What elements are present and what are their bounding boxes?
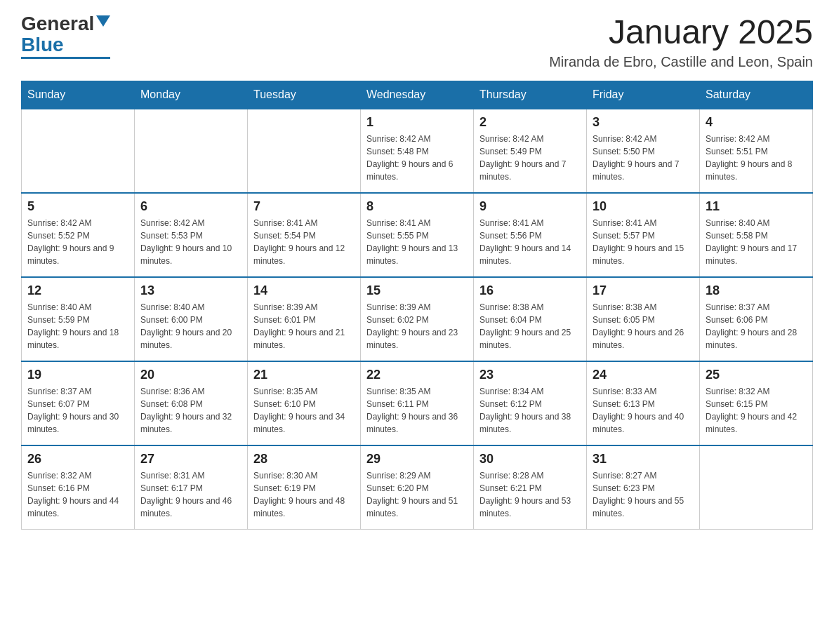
- calendar-week-row: 12Sunrise: 8:40 AM Sunset: 5:59 PM Dayli…: [22, 277, 813, 361]
- day-info: Sunrise: 8:32 AM Sunset: 6:16 PM Dayligh…: [27, 469, 128, 520]
- day-number: 30: [479, 452, 581, 467]
- calendar-header-row: SundayMondayTuesdayWednesdayThursdayFrid…: [22, 81, 813, 109]
- day-number: 10: [593, 199, 694, 214]
- calendar-cell: 29Sunrise: 8:29 AM Sunset: 6:20 PM Dayli…: [361, 445, 474, 530]
- calendar-cell: 17Sunrise: 8:38 AM Sunset: 6:05 PM Dayli…: [587, 277, 700, 361]
- logo-blue-text: Blue: [21, 35, 64, 55]
- day-info: Sunrise: 8:40 AM Sunset: 5:59 PM Dayligh…: [27, 301, 128, 351]
- calendar-cell: 30Sunrise: 8:28 AM Sunset: 6:21 PM Dayli…: [474, 445, 587, 530]
- calendar-cell: 10Sunrise: 8:41 AM Sunset: 5:57 PM Dayli…: [587, 193, 700, 277]
- day-info: Sunrise: 8:35 AM Sunset: 6:11 PM Dayligh…: [366, 385, 468, 436]
- day-number: 27: [140, 452, 241, 467]
- calendar-cell: 6Sunrise: 8:42 AM Sunset: 5:53 PM Daylig…: [135, 193, 248, 277]
- calendar-cell: 9Sunrise: 8:41 AM Sunset: 5:56 PM Daylig…: [474, 193, 587, 277]
- day-number: 3: [593, 115, 694, 130]
- day-info: Sunrise: 8:34 AM Sunset: 6:12 PM Dayligh…: [479, 385, 581, 436]
- day-number: 13: [140, 283, 241, 298]
- day-info: Sunrise: 8:42 AM Sunset: 5:51 PM Dayligh…: [706, 133, 807, 183]
- calendar-week-row: 5Sunrise: 8:42 AM Sunset: 5:52 PM Daylig…: [22, 193, 813, 277]
- day-number: 6: [140, 199, 241, 214]
- calendar-cell: 5Sunrise: 8:42 AM Sunset: 5:52 PM Daylig…: [22, 193, 135, 277]
- day-info: Sunrise: 8:36 AM Sunset: 6:08 PM Dayligh…: [140, 385, 241, 436]
- calendar-cell: 19Sunrise: 8:37 AM Sunset: 6:07 PM Dayli…: [22, 361, 135, 445]
- calendar-cell: 11Sunrise: 8:40 AM Sunset: 5:58 PM Dayli…: [700, 193, 813, 277]
- calendar-cell: 18Sunrise: 8:37 AM Sunset: 6:06 PM Dayli…: [700, 277, 813, 361]
- calendar-cell: 7Sunrise: 8:41 AM Sunset: 5:54 PM Daylig…: [248, 193, 361, 277]
- day-number: 1: [366, 115, 468, 130]
- calendar-cell: 8Sunrise: 8:41 AM Sunset: 5:55 PM Daylig…: [361, 193, 474, 277]
- day-number: 2: [479, 115, 581, 130]
- day-info: Sunrise: 8:31 AM Sunset: 6:17 PM Dayligh…: [140, 469, 241, 520]
- day-of-week-header: Thursday: [474, 81, 587, 109]
- calendar-cell: 20Sunrise: 8:36 AM Sunset: 6:08 PM Dayli…: [135, 361, 248, 445]
- day-info: Sunrise: 8:42 AM Sunset: 5:53 PM Dayligh…: [140, 217, 241, 267]
- month-title: January 2025: [549, 14, 813, 51]
- day-number: 15: [366, 283, 468, 298]
- day-of-week-header: Saturday: [700, 81, 813, 109]
- day-info: Sunrise: 8:37 AM Sunset: 6:06 PM Dayligh…: [706, 301, 807, 351]
- day-info: Sunrise: 8:41 AM Sunset: 5:56 PM Dayligh…: [479, 217, 581, 267]
- day-number: 4: [706, 115, 807, 130]
- title-section: January 2025 Miranda de Ebro, Castille a…: [549, 14, 813, 70]
- calendar-week-row: 19Sunrise: 8:37 AM Sunset: 6:07 PM Dayli…: [22, 361, 813, 445]
- day-number: 28: [253, 452, 355, 467]
- logo: General Blue: [21, 14, 110, 59]
- calendar-cell: 16Sunrise: 8:38 AM Sunset: 6:04 PM Dayli…: [474, 277, 587, 361]
- calendar-cell: [700, 445, 813, 530]
- day-number: 19: [27, 368, 128, 382]
- day-info: Sunrise: 8:40 AM Sunset: 6:00 PM Dayligh…: [140, 301, 241, 351]
- day-info: Sunrise: 8:42 AM Sunset: 5:49 PM Dayligh…: [479, 133, 581, 183]
- calendar-cell: 1Sunrise: 8:42 AM Sunset: 5:48 PM Daylig…: [361, 109, 474, 193]
- day-number: 8: [366, 199, 468, 214]
- day-info: Sunrise: 8:42 AM Sunset: 5:48 PM Dayligh…: [366, 133, 468, 183]
- logo-triangle-icon: [96, 15, 110, 27]
- day-info: Sunrise: 8:41 AM Sunset: 5:57 PM Dayligh…: [593, 217, 694, 267]
- day-number: 26: [27, 452, 128, 467]
- day-number: 21: [253, 368, 355, 382]
- logo-general-text: General: [21, 14, 94, 34]
- day-info: Sunrise: 8:39 AM Sunset: 6:02 PM Dayligh…: [366, 301, 468, 351]
- day-number: 7: [253, 199, 355, 214]
- day-of-week-header: Wednesday: [361, 81, 474, 109]
- day-number: 14: [253, 283, 355, 298]
- day-info: Sunrise: 8:40 AM Sunset: 5:58 PM Dayligh…: [706, 217, 807, 267]
- calendar-cell: 27Sunrise: 8:31 AM Sunset: 6:17 PM Dayli…: [135, 445, 248, 530]
- day-of-week-header: Friday: [587, 81, 700, 109]
- page-header: General Blue January 2025 Miranda de Ebr…: [21, 14, 813, 70]
- day-info: Sunrise: 8:32 AM Sunset: 6:15 PM Dayligh…: [706, 385, 807, 436]
- calendar-cell: 4Sunrise: 8:42 AM Sunset: 5:51 PM Daylig…: [700, 109, 813, 193]
- calendar-cell: 15Sunrise: 8:39 AM Sunset: 6:02 PM Dayli…: [361, 277, 474, 361]
- day-number: 22: [366, 368, 468, 382]
- calendar-cell: 2Sunrise: 8:42 AM Sunset: 5:49 PM Daylig…: [474, 109, 587, 193]
- calendar-cell: 28Sunrise: 8:30 AM Sunset: 6:19 PM Dayli…: [248, 445, 361, 530]
- day-of-week-header: Tuesday: [248, 81, 361, 109]
- day-number: 25: [706, 368, 807, 382]
- day-number: 29: [366, 452, 468, 467]
- calendar-cell: 14Sunrise: 8:39 AM Sunset: 6:01 PM Dayli…: [248, 277, 361, 361]
- calendar-week-row: 1Sunrise: 8:42 AM Sunset: 5:48 PM Daylig…: [22, 109, 813, 193]
- day-info: Sunrise: 8:35 AM Sunset: 6:10 PM Dayligh…: [253, 385, 355, 436]
- day-of-week-header: Monday: [135, 81, 248, 109]
- calendar-cell: 23Sunrise: 8:34 AM Sunset: 6:12 PM Dayli…: [474, 361, 587, 445]
- day-number: 20: [140, 368, 241, 382]
- day-number: 16: [479, 283, 581, 298]
- calendar-cell: 24Sunrise: 8:33 AM Sunset: 6:13 PM Dayli…: [587, 361, 700, 445]
- calendar-cell: 22Sunrise: 8:35 AM Sunset: 6:11 PM Dayli…: [361, 361, 474, 445]
- calendar-cell: 25Sunrise: 8:32 AM Sunset: 6:15 PM Dayli…: [700, 361, 813, 445]
- day-info: Sunrise: 8:30 AM Sunset: 6:19 PM Dayligh…: [253, 469, 355, 520]
- day-number: 11: [706, 199, 807, 214]
- calendar-table: SundayMondayTuesdayWednesdayThursdayFrid…: [21, 81, 813, 530]
- calendar-cell: 3Sunrise: 8:42 AM Sunset: 5:50 PM Daylig…: [587, 109, 700, 193]
- calendar-cell: [135, 109, 248, 193]
- day-info: Sunrise: 8:38 AM Sunset: 6:04 PM Dayligh…: [479, 301, 581, 351]
- calendar-cell: 21Sunrise: 8:35 AM Sunset: 6:10 PM Dayli…: [248, 361, 361, 445]
- location-title: Miranda de Ebro, Castille and Leon, Spai…: [549, 54, 813, 70]
- day-number: 18: [706, 283, 807, 298]
- calendar-cell: [22, 109, 135, 193]
- day-of-week-header: Sunday: [22, 81, 135, 109]
- calendar-cell: 12Sunrise: 8:40 AM Sunset: 5:59 PM Dayli…: [22, 277, 135, 361]
- day-info: Sunrise: 8:33 AM Sunset: 6:13 PM Dayligh…: [593, 385, 694, 436]
- day-number: 24: [593, 368, 694, 382]
- day-info: Sunrise: 8:41 AM Sunset: 5:54 PM Dayligh…: [253, 217, 355, 267]
- day-info: Sunrise: 8:29 AM Sunset: 6:20 PM Dayligh…: [366, 469, 468, 520]
